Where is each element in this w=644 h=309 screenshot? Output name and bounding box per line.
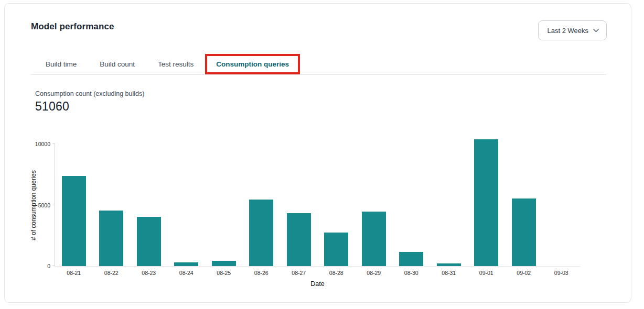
bar-08-25 [212, 261, 236, 266]
chevron-down-icon [593, 29, 599, 32]
model-performance-card: Model performance Last 2 Weeks Build tim… [4, 3, 631, 303]
x-tick-label: 08-27 [280, 270, 318, 276]
bar-slot-08-26: 08-26 [243, 144, 281, 266]
date-range-dropdown[interactable]: Last 2 Weeks [538, 20, 607, 40]
tab-build-count[interactable]: Build count [88, 54, 146, 74]
bars: 08-2108-2208-2308-2408-2508-2608-2708-28… [55, 144, 580, 266]
x-axis-title: Date [55, 280, 580, 288]
bar-08-21 [62, 176, 86, 266]
y-axis-title: # of consumption queries [30, 170, 37, 240]
bar-08-31 [437, 263, 461, 266]
x-tick-label: 08-25 [205, 270, 243, 276]
x-tick-label: 08-29 [355, 270, 393, 276]
bar-slot-08-21: 08-21 [55, 144, 93, 266]
bar-08-22 [99, 211, 123, 266]
x-tick-label: 08-22 [93, 270, 131, 276]
metric-label: Consumption count (excluding builds) [35, 90, 144, 97]
bar-slot-08-22: 08-22 [93, 144, 131, 266]
bar-slot-08-29: 08-29 [355, 144, 393, 266]
bar-slot-08-27: 08-27 [280, 144, 318, 266]
bar-slot-08-30: 08-30 [393, 144, 431, 266]
bar-08-24 [174, 262, 198, 266]
y-tick-mark [52, 144, 55, 144]
bar-08-26 [249, 200, 273, 266]
x-tick-label: 08-28 [318, 270, 356, 276]
tab-consumption-queries[interactable]: Consumption queries [207, 56, 298, 72]
x-tick-label: 09-03 [543, 270, 581, 276]
bar-08-23 [137, 217, 161, 266]
x-tick-label: 08-24 [168, 270, 206, 276]
x-tick-label: 08-31 [430, 270, 468, 276]
bar-slot-08-23: 08-23 [130, 144, 168, 266]
page-title: Model performance [31, 20, 114, 33]
metric-value: 51060 [35, 100, 144, 114]
y-tick-label: 5000 [38, 202, 50, 208]
card-header: Model performance Last 2 Weeks [31, 20, 607, 40]
bar-08-29 [362, 212, 386, 266]
x-tick-label: 08-21 [55, 270, 93, 276]
tabs-divider [31, 74, 606, 75]
annotation-highlight-box: Consumption queries [205, 54, 300, 74]
bar-08-30 [399, 252, 423, 266]
bar-slot-09-03: 09-03 [543, 144, 581, 266]
tab-test-results[interactable]: Test results [146, 54, 205, 74]
bar-09-02 [512, 198, 536, 266]
y-tick-mark [52, 205, 55, 205]
x-tick-label: 09-01 [468, 270, 506, 276]
bar-09-01 [474, 139, 498, 266]
x-tick-label: 08-23 [130, 270, 168, 276]
bar-08-28 [324, 233, 348, 266]
metric-block: Consumption count (excluding builds) 510… [35, 90, 144, 114]
bar-slot-09-02: 09-02 [505, 144, 543, 266]
x-tick-label: 08-26 [243, 270, 281, 276]
y-tick-label: 0 [47, 263, 50, 269]
tab-build-time[interactable]: Build time [34, 54, 88, 74]
date-range-value: Last 2 Weeks [547, 27, 588, 35]
x-tick-label: 08-30 [393, 270, 431, 276]
bar-slot-08-25: 08-25 [205, 144, 243, 266]
bar-slot-09-01: 09-01 [468, 144, 506, 266]
tabs: Build timeBuild countTest resultsConsump… [34, 54, 300, 74]
bar-slot-08-24: 08-24 [168, 144, 206, 266]
bar-08-27 [287, 213, 311, 266]
bar-slot-08-28: 08-28 [318, 144, 356, 266]
y-tick-label: 10000 [35, 141, 50, 147]
x-tick-label: 09-02 [505, 270, 543, 276]
bar-slot-08-31: 08-31 [430, 144, 468, 266]
page-background: Model performance Last 2 Weeks Build tim… [0, 0, 644, 309]
consumption-bar-chart: # of consumption queries 08-2108-2208-23… [55, 144, 580, 267]
y-tick-mark [52, 266, 55, 266]
